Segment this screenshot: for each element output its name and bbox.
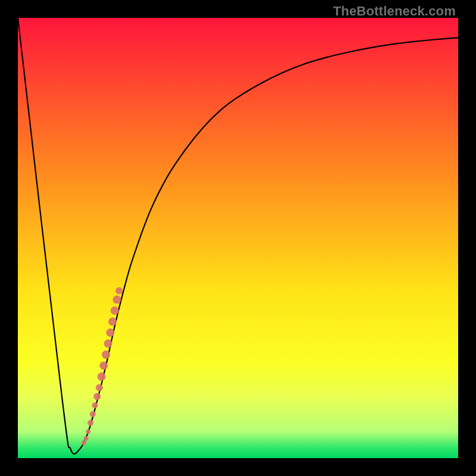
sample-point (99, 362, 108, 370)
sample-point (113, 296, 121, 304)
sample-point (84, 436, 89, 441)
sample-point (86, 430, 90, 434)
gradient-background (18, 18, 458, 458)
sample-point (102, 350, 110, 359)
chart-frame: TheBottleneck.com (0, 0, 476, 476)
sample-point (96, 384, 103, 392)
sample-point (98, 372, 106, 381)
watermark-text: TheBottleneck.com (333, 4, 456, 19)
chart-svg (18, 18, 458, 458)
sample-point (115, 287, 123, 295)
sample-point (108, 318, 117, 326)
sample-point (92, 402, 98, 408)
sample-point (106, 328, 114, 337)
sample-point (87, 420, 93, 426)
plot-area (18, 18, 458, 458)
sample-point (104, 340, 112, 348)
sample-point (82, 440, 86, 445)
sample-point (93, 393, 101, 400)
sample-point (90, 411, 96, 417)
sample-point (111, 306, 119, 315)
